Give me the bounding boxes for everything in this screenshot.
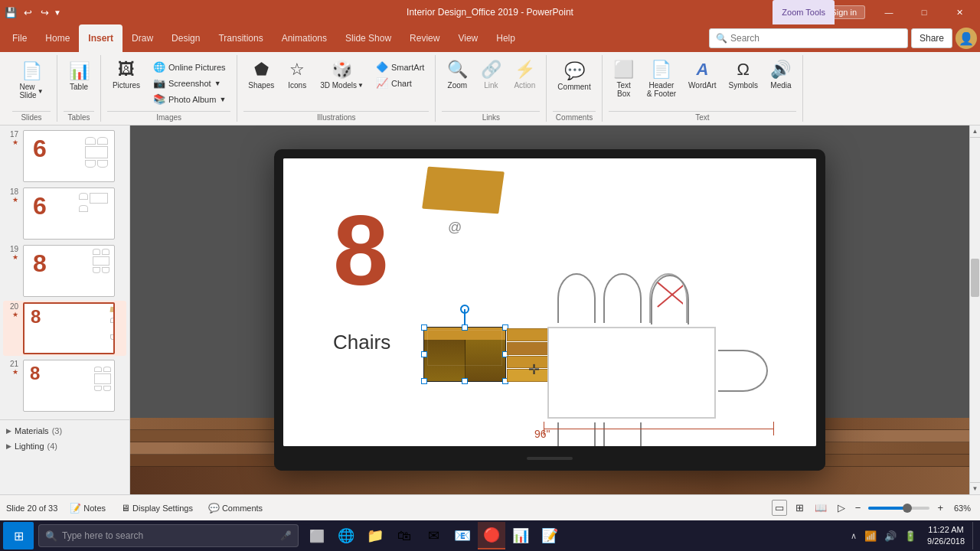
search-taskbar-icon: 🔍 bbox=[45, 530, 57, 542]
zoom-out-button[interactable]: − bbox=[854, 502, 863, 514]
zoom-button[interactable]: 🔍 Zoom bbox=[442, 57, 472, 93]
vertical-scrollbar[interactable]: ▲ ▼ bbox=[969, 126, 980, 494]
ribbon-group-images: 🖼 Pictures 🌐 Online Pictures 📷 Screensho… bbox=[101, 55, 237, 122]
slide-thumb-18[interactable]: 18 ★ 6 bbox=[3, 186, 126, 241]
display-settings-button[interactable]: 🖥 Display Settings bbox=[118, 501, 196, 515]
screenshot-button[interactable]: 📷 Screenshot ▼ bbox=[149, 76, 230, 90]
slide-thumb-21[interactable]: 21 ★ 8 bbox=[3, 358, 126, 413]
table-button[interactable]: 📊 Table bbox=[64, 58, 94, 94]
illustrations-group-label: Illustrations bbox=[243, 111, 429, 122]
header-footer-button[interactable]: 📄 Header & Footer bbox=[642, 57, 681, 101]
chair-top-2 bbox=[603, 273, 642, 323]
shapes-button[interactable]: ⬟ Shapes bbox=[243, 57, 279, 93]
tab-file[interactable]: File bbox=[3, 24, 36, 52]
tab-review[interactable]: Review bbox=[400, 24, 449, 52]
tab-insert[interactable]: Insert bbox=[79, 24, 122, 52]
icons-button[interactable]: ☆ Icons bbox=[282, 57, 312, 93]
chair-right bbox=[718, 350, 768, 392]
comments-status-button[interactable]: 💬 Comments bbox=[205, 501, 266, 515]
powerpoint-app[interactable]: 🔴 bbox=[478, 522, 505, 549]
network-icon[interactable]: 📶 bbox=[861, 530, 880, 542]
tab-transitions[interactable]: Transitions bbox=[209, 24, 272, 52]
store-app[interactable]: 🛍 bbox=[390, 522, 418, 549]
slide-thumb-19[interactable]: 19 ★ 8 bbox=[3, 243, 126, 298]
slide-frame[interactable]: 8 Chairs @ bbox=[274, 149, 825, 471]
zoom-slider[interactable] bbox=[868, 507, 929, 510]
volume-icon[interactable]: 🔊 bbox=[881, 530, 900, 542]
slide-thumb-20[interactable]: 20 ★ 8 bbox=[3, 301, 126, 356]
excel-app[interactable]: 📊 bbox=[507, 522, 534, 549]
new-slide-button[interactable]: 📄 NewSlide ▼ bbox=[12, 58, 51, 103]
save-icon[interactable]: 💾 bbox=[3, 5, 18, 20]
outlook-app[interactable]: 📧 bbox=[449, 522, 476, 549]
images-group-label: Images bbox=[107, 111, 230, 122]
show-desktop-button[interactable] bbox=[972, 522, 977, 549]
tab-help[interactable]: Help bbox=[487, 24, 524, 52]
tab-home[interactable]: Home bbox=[36, 24, 79, 52]
chart-button[interactable]: 📈 Chart bbox=[371, 76, 429, 90]
comment-status-icon: 💬 bbox=[208, 503, 220, 514]
user-avatar[interactable]: 👤 bbox=[956, 28, 977, 49]
pictures-button[interactable]: 🖼 Pictures bbox=[107, 57, 145, 93]
slide-sorter-button[interactable]: ⊞ bbox=[793, 500, 806, 515]
reading-view-button[interactable]: 📖 bbox=[812, 500, 829, 515]
outline-group-materials[interactable]: ▶ Materials (3) bbox=[0, 423, 129, 439]
share-button[interactable]: Share bbox=[911, 28, 952, 48]
media-button[interactable]: 🔊 Media bbox=[766, 57, 796, 93]
text-box-button[interactable]: ⬜ Text Box bbox=[609, 57, 639, 101]
ribbon-search-input[interactable] bbox=[730, 33, 901, 44]
date-display: 9/26/2018 bbox=[927, 536, 965, 547]
comment-button[interactable]: 💬 Comment bbox=[553, 58, 595, 94]
gold-shape bbox=[422, 167, 505, 214]
taskbar-search[interactable]: 🔍 Type here to search 🎤 bbox=[38, 524, 299, 547]
photo-album-button[interactable]: 📚 Photo Album ▼ bbox=[149, 92, 230, 106]
taskview-button[interactable]: ⬜ bbox=[303, 522, 331, 549]
maximize-button[interactable]: □ bbox=[906, 0, 942, 24]
link-button[interactable]: 🔗 Link bbox=[475, 57, 506, 93]
measurement-line bbox=[544, 429, 774, 429]
customize-qat-icon[interactable]: ▼ bbox=[54, 8, 61, 17]
zoom-level[interactable]: 63% bbox=[951, 503, 974, 514]
notes-button[interactable]: 📝 Notes bbox=[67, 501, 109, 515]
normal-view-button[interactable]: ▭ bbox=[772, 500, 787, 516]
symbols-button[interactable]: Ω Symbols bbox=[724, 57, 763, 93]
zoom-in-button[interactable]: + bbox=[936, 502, 945, 514]
smartart-button[interactable]: 🔷 SmartArt bbox=[371, 60, 429, 74]
scroll-track-vertical bbox=[970, 138, 980, 482]
online-pictures-button[interactable]: 🌐 Online Pictures bbox=[149, 60, 230, 74]
word-app[interactable]: 📝 bbox=[536, 522, 564, 549]
explorer-app[interactable]: 📁 bbox=[361, 522, 389, 549]
edge-app[interactable]: 🌐 bbox=[332, 522, 360, 549]
tab-view[interactable]: View bbox=[449, 24, 487, 52]
3d-models-button[interactable]: 🎲 3D Models▼ bbox=[315, 57, 368, 93]
wordart-button[interactable]: A WordArt bbox=[684, 57, 721, 93]
text-group-label: Text bbox=[609, 111, 796, 122]
action-button[interactable]: ⚡ Action bbox=[509, 57, 540, 93]
undo-icon[interactable]: ↩ bbox=[20, 5, 35, 20]
outline-group-lighting[interactable]: ▶ Lighting (4) bbox=[0, 439, 129, 454]
tab-slideshow[interactable]: Slide Show bbox=[336, 24, 400, 52]
tab-animations[interactable]: Animations bbox=[273, 24, 336, 52]
mail-app[interactable]: ✉ bbox=[420, 522, 447, 549]
zoom-thumb[interactable] bbox=[903, 504, 912, 513]
scroll-thumb-vertical[interactable] bbox=[971, 259, 979, 297]
slideshow-button[interactable]: ▷ bbox=[835, 500, 848, 515]
microphone-icon[interactable]: 🎤 bbox=[280, 530, 292, 541]
minimize-button[interactable]: — bbox=[871, 0, 906, 24]
tab-design[interactable]: Design bbox=[162, 24, 209, 52]
start-button[interactable]: ⊞ bbox=[3, 522, 34, 549]
redo-icon[interactable]: ↪ bbox=[37, 5, 52, 20]
dragged-element[interactable] bbox=[423, 327, 506, 382]
slide-thumb-17[interactable]: 17 ★ 6 bbox=[3, 129, 126, 184]
taskbar-overflow[interactable]: ∧ bbox=[848, 531, 860, 541]
chair-bottom-2 bbox=[603, 422, 642, 446]
scroll-up-button[interactable]: ▲ bbox=[970, 126, 980, 138]
tab-draw[interactable]: Draw bbox=[122, 24, 162, 52]
battery-icon: 🔋 bbox=[901, 530, 920, 542]
clock-display[interactable]: 11:22 AM 9/26/2018 bbox=[921, 524, 971, 548]
close-button[interactable]: ✕ bbox=[942, 0, 977, 24]
measurement-end-right bbox=[773, 422, 774, 435]
slide-star-17: ★ bbox=[12, 139, 18, 146]
scroll-down-button[interactable]: ▼ bbox=[970, 482, 980, 494]
ribbon-group-illustrations: ⬟ Shapes ☆ Icons 🎲 3D Models▼ 🔷 bbox=[237, 55, 436, 122]
